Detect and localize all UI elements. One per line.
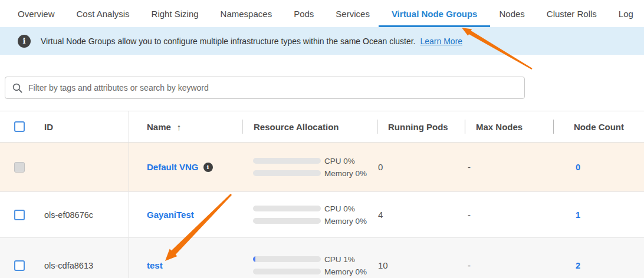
tab-cost-analysis[interactable]: Cost Analysis: [77, 0, 130, 27]
row-checkbox-cell: [0, 192, 35, 237]
row-name-cell: Default VNG i: [129, 143, 242, 191]
max-nodes-value: -: [465, 192, 553, 237]
search-input[interactable]: [28, 83, 517, 92]
table-row: ols-cdfa8613 test CPU 1% Memory 0% 10 - …: [0, 238, 644, 278]
header-resource-allocation[interactable]: Resource Allocation: [242, 111, 377, 142]
header-id[interactable]: ID: [35, 111, 129, 142]
vng-name-link[interactable]: GayaniTest: [147, 210, 194, 220]
running-pods-value: 10: [377, 238, 465, 278]
memory-label: Memory 0%: [324, 217, 367, 226]
node-count-cell: 1: [553, 192, 644, 237]
cpu-label: CPU 0%: [324, 157, 355, 166]
search-box[interactable]: [5, 77, 525, 99]
row-checkbox-cell: [0, 143, 35, 191]
memory-label: Memory 0%: [324, 169, 367, 178]
cpu-bar: [253, 256, 321, 262]
tab-cluster-rolls[interactable]: Cluster Rolls: [547, 0, 597, 27]
resource-allocation-cell: CPU 0% Memory 0%: [242, 192, 377, 237]
cpu-label: CPU 0%: [324, 204, 355, 213]
header-name-label: Name: [147, 122, 171, 132]
row-name-cell: test: [129, 238, 242, 278]
tab-virtual-node-groups[interactable]: Virtual Node Groups: [392, 0, 478, 27]
tab-overview[interactable]: Overview: [18, 0, 55, 27]
tab-right-sizing[interactable]: Right Sizing: [152, 0, 199, 27]
tab-pods[interactable]: Pods: [294, 0, 314, 27]
row-id: ols-ef08676c: [35, 192, 129, 237]
info-icon[interactable]: i: [203, 163, 213, 172]
node-count-link[interactable]: 0: [574, 163, 580, 172]
row-id: [35, 143, 129, 191]
learn-more-link[interactable]: Learn More: [420, 37, 463, 46]
resource-allocation-cell: CPU 1% Memory 0%: [242, 238, 377, 278]
search-icon: [12, 83, 22, 93]
memory-bar: [253, 269, 321, 274]
max-nodes-value: -: [465, 143, 553, 191]
banner-text: Virtual Node Groups allow you to configu…: [41, 37, 416, 46]
resource-allocation-cell: CPU 0% Memory 0%: [242, 143, 377, 191]
row-checkbox[interactable]: [14, 260, 25, 271]
tab-log[interactable]: Log: [619, 0, 633, 27]
tab-nodes[interactable]: Nodes: [499, 0, 524, 27]
sort-asc-icon[interactable]: ↑: [177, 122, 182, 132]
node-count-link[interactable]: 2: [574, 261, 580, 270]
header-running-pods[interactable]: Running Pods: [377, 111, 465, 142]
memory-label: Memory 0%: [324, 267, 367, 276]
memory-bar: [253, 218, 321, 224]
tab-namespaces[interactable]: Namespaces: [221, 0, 272, 27]
node-count-cell: 2: [553, 238, 644, 278]
cpu-label: CPU 1%: [324, 255, 355, 264]
row-checkbox-cell: [0, 238, 35, 278]
header-max-nodes[interactable]: Max Nodes: [465, 111, 553, 142]
filter-bar: [5, 77, 644, 99]
table-row: ols-ef08676c GayaniTest CPU 0% Memory 0%…: [0, 192, 644, 238]
tab-services[interactable]: Services: [336, 0, 370, 27]
cpu-bar: [253, 158, 321, 164]
row-id: ols-cdfa8613: [35, 238, 129, 278]
select-all-checkbox[interactable]: [14, 121, 25, 132]
row-checkbox-disabled: [14, 162, 25, 173]
vng-table: ID Name ↑ Resource Allocation Running Po…: [0, 111, 644, 278]
node-count-cell: 0: [553, 143, 644, 191]
running-pods-value: 4: [377, 192, 465, 237]
memory-bar: [253, 170, 321, 176]
info-banner: i Virtual Node Groups allow you to confi…: [0, 27, 644, 55]
header-checkbox-cell: [0, 111, 35, 142]
vng-name-link[interactable]: Default VNG: [147, 162, 199, 172]
running-pods-value: 0: [377, 143, 465, 191]
info-icon: i: [18, 35, 31, 48]
header-node-count[interactable]: Node Count: [553, 111, 644, 142]
table-header-row: ID Name ↑ Resource Allocation Running Po…: [0, 111, 644, 143]
node-count-link[interactable]: 1: [574, 210, 580, 220]
header-name[interactable]: Name ↑: [129, 111, 242, 142]
vng-name-link[interactable]: test: [147, 260, 163, 270]
cpu-bar: [253, 206, 321, 211]
row-name-cell: GayaniTest: [129, 192, 242, 237]
max-nodes-value: -: [465, 238, 553, 278]
tab-bar: Overview Cost Analysis Right Sizing Name…: [0, 0, 644, 27]
row-checkbox[interactable]: [14, 210, 25, 220]
table-row: Default VNG i CPU 0% Memory 0% 0 - 0: [0, 143, 644, 192]
